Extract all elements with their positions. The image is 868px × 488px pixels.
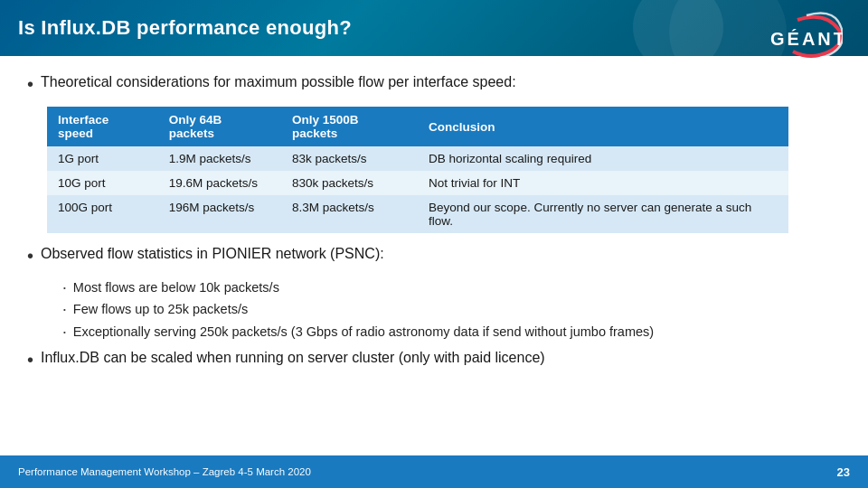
table-row: 10G port19.6M packets/s830k packets/sNot… — [47, 171, 788, 195]
bullet-dot-1: • — [27, 72, 33, 96]
geant-logo-svg: GÉANT — [743, 11, 843, 61]
performance-table: Interface speed Only 64B packets Only 15… — [47, 107, 788, 233]
observed-text: Observed flow statistics in PIONIER netw… — [41, 244, 384, 264]
sub-bullet-dot: • — [63, 283, 66, 293]
table-cell: 196M packets/s — [158, 195, 281, 233]
influx-text: Influx.DB can be scaled when running on … — [41, 348, 545, 368]
table-cell: 1G port — [47, 146, 158, 171]
col-header-64b: Only 64B packets — [158, 107, 281, 146]
table-cell: DB horizontal scaling required — [418, 146, 788, 171]
table-cell: Beyond our scope. Currently no server ca… — [418, 195, 788, 233]
table-cell: 1.9M packets/s — [158, 146, 281, 171]
table-cell: 830k packets/s — [281, 171, 418, 195]
page-title: Is Influx.DB performance enough? — [18, 16, 352, 40]
sub-bullet-item: •Most flows are below 10k packets/s — [63, 278, 841, 296]
table-header-row: Interface speed Only 64B packets Only 15… — [47, 107, 788, 146]
main-content: • Theoretical considerations for maximum… — [0, 56, 868, 391]
sub-bullet-dot: • — [63, 327, 66, 337]
footer-text: Performance Management Workshop – Zagreb… — [18, 466, 311, 477]
table-cell: 8.3M packets/s — [281, 195, 418, 233]
table-row: 1G port1.9M packets/s83k packets/sDB hor… — [47, 146, 788, 171]
observed-bullet: • Observed flow statistics in PIONIER ne… — [27, 244, 841, 267]
sub-bullet-text: Exceptionally serving 250k packets/s (3 … — [73, 323, 654, 341]
header-bar: Is Influx.DB performance enough? GÉANT — [0, 0, 868, 56]
sub-bullet-text: Most flows are below 10k packets/s — [73, 278, 279, 296]
table-cell: 83k packets/s — [281, 146, 418, 171]
intro-text: Theoretical considerations for maximum p… — [41, 72, 516, 92]
table-cell: 10G port — [47, 171, 158, 195]
sub-bullets-container: •Most flows are below 10k packets/s•Few … — [63, 278, 841, 341]
sub-bullet-dot: • — [63, 305, 66, 314]
sub-bullet-item: •Exceptionally serving 250k packets/s (3… — [63, 323, 841, 341]
footer-bar: Performance Management Workshop – Zagreb… — [0, 455, 868, 488]
footer-page: 23 — [837, 465, 850, 479]
svg-text:GÉANT: GÉANT — [770, 29, 843, 49]
col-header-interface: Interface speed — [47, 107, 158, 146]
col-header-1500b: Only 1500B packets — [281, 107, 418, 146]
influx-bullet: • Influx.DB can be scaled when running o… — [27, 348, 841, 371]
table-row: 100G port196M packets/s8.3M packets/sBey… — [47, 195, 788, 233]
performance-table-wrapper: Interface speed Only 64B packets Only 15… — [47, 107, 841, 233]
table-cell: 19.6M packets/s — [158, 171, 281, 195]
bullet-dot-3: • — [27, 348, 33, 371]
sub-bullet-text: Few flows up to 25k packets/s — [73, 300, 248, 318]
table-cell: 100G port — [47, 195, 158, 233]
bullet-dot-2: • — [27, 244, 33, 267]
sub-bullet-item: •Few flows up to 25k packets/s — [63, 300, 841, 318]
table-cell: Not trivial for INT — [418, 171, 788, 195]
col-header-conclusion: Conclusion — [418, 107, 788, 146]
